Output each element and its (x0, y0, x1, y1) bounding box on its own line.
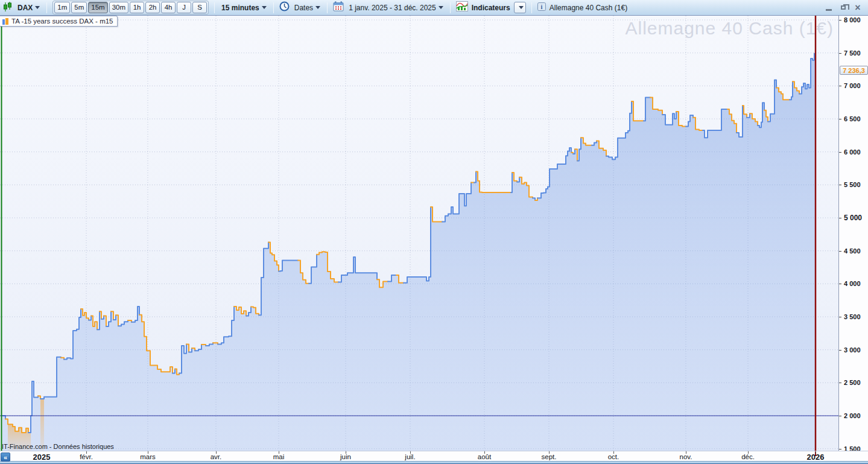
calendar-icon (333, 1, 344, 14)
data-source-note: IT-Finance.com - Données historiques (2, 443, 114, 450)
timeframe-button-2h[interactable]: 2h (145, 2, 160, 13)
indicators-chevron-button[interactable] (514, 2, 526, 13)
timeframe-dropdown[interactable]: 15 minutes (220, 4, 268, 12)
horizontal-scrollbar[interactable] (0, 461, 868, 464)
y-axis-label: 4 500 (839, 247, 868, 255)
y-axis-label: 8 000 (839, 16, 868, 24)
close-button[interactable]: × (854, 4, 862, 12)
y-axis-label: 2 500 (839, 379, 868, 386)
toolbar-separator (273, 2, 274, 13)
timeframe-button-S[interactable]: S (192, 2, 207, 13)
window-controls: × (825, 4, 866, 12)
toolbar: DAX 1m5m15m30m1h2h4hJS 15 minutes Dates (0, 0, 868, 16)
trading-window: DAX 1m5m15m30m1h2h4hJS 15 minutes Dates (0, 0, 868, 464)
strategy-tab[interactable]: TA -15 years success DAX - m15 (0, 16, 118, 27)
x-axis-label: mars (140, 453, 156, 460)
chevron-down-icon (315, 6, 320, 9)
scroll-left-button[interactable]: « (1, 453, 10, 462)
date-range-label: 1 janv. 2025 - 31 déc. 2025 (349, 4, 436, 12)
equity-curve-svg (0, 16, 838, 451)
x-axis-label: oct. (608, 453, 619, 460)
y-axis-label: 2 000 (839, 412, 868, 419)
strategy-icon (2, 18, 9, 25)
dates-label: Dates (294, 4, 313, 12)
date-axis[interactable]: « 2025févr.marsavr.maijuinjuil.aoûtsept.… (0, 451, 868, 461)
instrument-full-label: Allemagne 40 Cash (1€) (550, 4, 627, 12)
y-axis-label: 4 000 (839, 280, 868, 287)
svg-text:i: i (540, 3, 542, 10)
timeframe-button-1h[interactable]: 1h (130, 2, 144, 13)
chevron-down-icon (439, 6, 443, 9)
toolbar-separator (214, 2, 215, 13)
y-axis-label: 5 000 (839, 214, 868, 222)
info-icon[interactable]: i (537, 2, 546, 13)
strategy-tab-label: TA -15 years success DAX - m15 (11, 17, 113, 25)
toolbar-separator (531, 2, 532, 13)
x-axis-label: 2025 (33, 453, 51, 462)
toolbar-separator (450, 2, 451, 13)
timeframe-button-5m[interactable]: 5m (71, 2, 87, 13)
date-range-dropdown[interactable]: 1 janv. 2025 - 31 déc. 2025 (347, 4, 445, 12)
chart-plot[interactable]: Allemagne 40 Cash (1€) TA -15 years succ… (0, 16, 838, 451)
y-axis-label: 6 500 (839, 115, 868, 122)
chevron-down-icon (35, 6, 40, 9)
x-axis-label: 2026 (807, 453, 825, 462)
instrument-label: DAX (17, 4, 33, 12)
restore-button[interactable] (839, 4, 847, 12)
y-axis-label: 7 500 (839, 49, 868, 57)
toolbar-separator (46, 2, 47, 13)
timeframe-group: 1m5m15m30m1h2h4hJS (52, 1, 209, 14)
timeframe-button-1m[interactable]: 1m (54, 2, 70, 13)
x-axis-label: juin (340, 453, 351, 460)
timeframe-button-30m[interactable]: 30m (109, 2, 128, 13)
timeframe-dropdown-label: 15 minutes (221, 4, 259, 12)
chart-region: Allemagne 40 Cash (1€) TA -15 years succ… (0, 16, 868, 451)
y-axis-label: 3 000 (839, 346, 868, 354)
x-axis-label: mai (273, 453, 285, 460)
x-axis-label: avr. (211, 453, 222, 460)
last-price-tag: 7 236,3 (840, 66, 868, 75)
dates-dropdown[interactable]: Dates (293, 4, 322, 12)
timeframe-button-4h[interactable]: 4h (161, 2, 176, 13)
chevron-down-icon (519, 6, 524, 9)
chevron-down-icon (262, 6, 267, 9)
instrument-dropdown[interactable]: DAX (16, 4, 41, 12)
x-axis-label: févr. (80, 453, 93, 460)
timeframe-button-15m[interactable]: 15m (88, 2, 107, 13)
indicators-icon (456, 1, 468, 14)
clock-icon (279, 1, 290, 14)
y-axis-label: 5 500 (839, 181, 868, 188)
x-axis-label: juil. (405, 453, 415, 460)
timeframe-button-J[interactable]: J (177, 2, 191, 13)
toolbar-separator (327, 2, 328, 13)
x-axis-label: nov. (680, 453, 692, 460)
x-axis-label: sept. (542, 453, 557, 460)
price-axis[interactable]: 7 236,3 8 0007 5007 0006 5006 0005 5005 … (838, 16, 868, 451)
x-axis-label: déc. (741, 453, 755, 460)
indicators-label[interactable]: Indicateurs (472, 4, 510, 12)
x-axis-label: août (478, 453, 491, 460)
minimize-button[interactable] (825, 4, 833, 12)
app-candlestick-icon (2, 1, 13, 14)
y-axis-label: 3 500 (839, 313, 868, 320)
y-axis-label: 7 000 (839, 82, 868, 89)
y-axis-label: 6 000 (839, 148, 868, 156)
